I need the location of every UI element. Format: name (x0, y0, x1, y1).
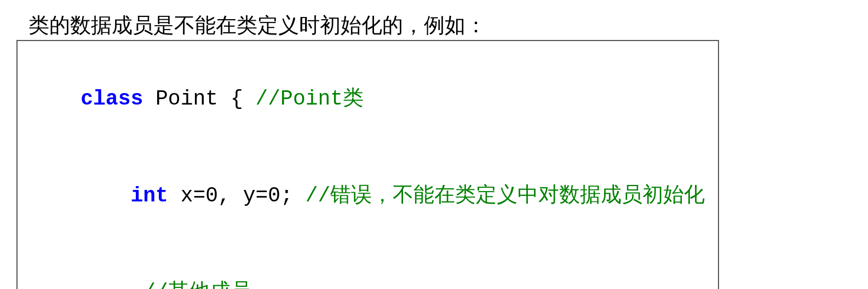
code-class-name: Point { (143, 87, 243, 111)
code-line-2: int x=0, y=0; //错误，不能在类定义中对数据成员初始化 (31, 148, 705, 245)
keyword-int: int (130, 184, 168, 207)
intro-paragraph: 类的数据成员是不能在类定义时初始化的，例如： (16, 11, 852, 40)
keyword-class: class (81, 87, 143, 111)
comment-line1: //Point类 (243, 87, 364, 111)
code-vars: x=0, y=0; (168, 184, 293, 207)
code-block: class Point { //Point类 int x=0, y=0; //错… (16, 40, 719, 289)
intro-text: 类的数据成员是不能在类定义时初始化的，例如： (28, 14, 486, 37)
indent-2 (81, 184, 130, 207)
code-line-1: class Point { //Point类 (31, 51, 705, 148)
indent-3 (81, 280, 130, 289)
comment-line3: …//其他成员 (130, 280, 251, 289)
comment-line2: //错误，不能在类定义中对数据成员初始化 (293, 184, 705, 207)
code-line-3: …//其他成员 (31, 245, 705, 289)
